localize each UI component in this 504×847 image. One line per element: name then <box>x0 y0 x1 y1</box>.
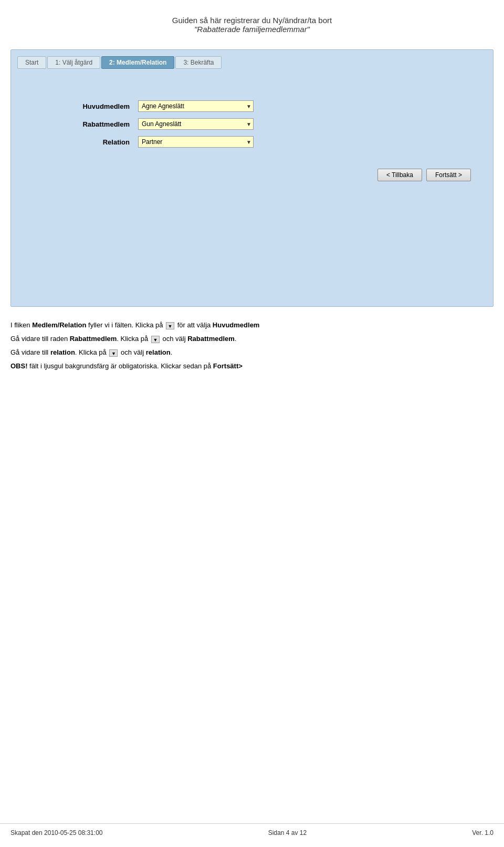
tab-action[interactable]: 1: Välj åtgärd <box>47 56 100 69</box>
select-wrapper-huvudmedlem: Agne Agneslätt ▼ <box>138 100 254 112</box>
select-huvudmedlem[interactable]: Agne Agneslätt <box>138 100 254 112</box>
instruction-line3: Gå vidare till relation. Klicka på ▼ och… <box>10 347 494 358</box>
wizard-footer: < Tillbaka Fortsätt > <box>33 163 471 181</box>
select-rabattmedlem[interactable]: Gun Agneslätt <box>138 118 254 130</box>
page-footer: Skapat den 2010-05-25 08:31:00 Sidan 4 a… <box>0 823 504 836</box>
label-rabattmedlem: Rabattmedlem <box>65 120 138 128</box>
tab-start[interactable]: Start <box>17 56 46 69</box>
label-huvudmedlem: Huvudmedlem <box>65 102 138 110</box>
form-row-huvudmedlem: Huvudmedlem Agne Agneslätt ▼ <box>65 100 471 112</box>
instruction-line4: OBS! fält i ljusgul bakgrundsfärg är obl… <box>10 360 494 372</box>
dropdown-arrow-icon: ▼ <box>166 322 174 329</box>
tab-confirm[interactable]: 3: Bekräfta <box>175 56 222 69</box>
label-relation: Relation <box>65 138 138 146</box>
back-button[interactable]: < Tillbaka <box>377 169 422 181</box>
instruction-line1: I fliken Medlem/Relation fyller vi i fäl… <box>10 319 494 331</box>
form-row-relation: Relation Partner ▼ <box>65 136 471 148</box>
footer-page: Sidan 4 av 12 <box>268 829 307 836</box>
footer-version: Ver. 1.0 <box>472 829 494 836</box>
instruction-line2: Gå vidare till raden Rabattmedlem. Klick… <box>10 333 494 345</box>
select-wrapper-relation: Partner ▼ <box>138 136 254 148</box>
dropdown-arrow-icon-3: ▼ <box>109 349 118 357</box>
page-header: Guiden så här registrerar du Ny/ändrar/t… <box>0 0 504 44</box>
tab-member-relation[interactable]: 2: Medlem/Relation <box>101 56 174 69</box>
form-section: Huvudmedlem Agne Agneslätt ▼ Rabattmedle… <box>65 100 471 148</box>
select-relation[interactable]: Partner <box>138 136 254 148</box>
select-wrapper-rabattmedlem: Gun Agneslätt ▼ <box>138 118 254 130</box>
wizard-content: Huvudmedlem Agne Agneslätt ▼ Rabattmedle… <box>17 79 487 300</box>
instructions: I fliken Medlem/Relation fyller vi i fäl… <box>10 319 494 372</box>
footer-created: Skapat den 2010-05-25 08:31:00 <box>10 829 102 836</box>
dropdown-arrow-icon-2: ▼ <box>151 336 160 343</box>
wizard-container: Start 1: Välj åtgärd 2: Medlem/Relation … <box>10 49 494 307</box>
wizard-tabs: Start 1: Välj åtgärd 2: Medlem/Relation … <box>17 56 487 69</box>
title-line1: Guiden så här registrerar du Ny/ändrar/t… <box>10 16 494 25</box>
form-row-rabattmedlem: Rabattmedlem Gun Agneslätt ▼ <box>65 118 471 130</box>
title-line2: "Rabatterade familjemedlemmar" <box>10 25 494 34</box>
next-button[interactable]: Fortsätt > <box>426 169 471 181</box>
